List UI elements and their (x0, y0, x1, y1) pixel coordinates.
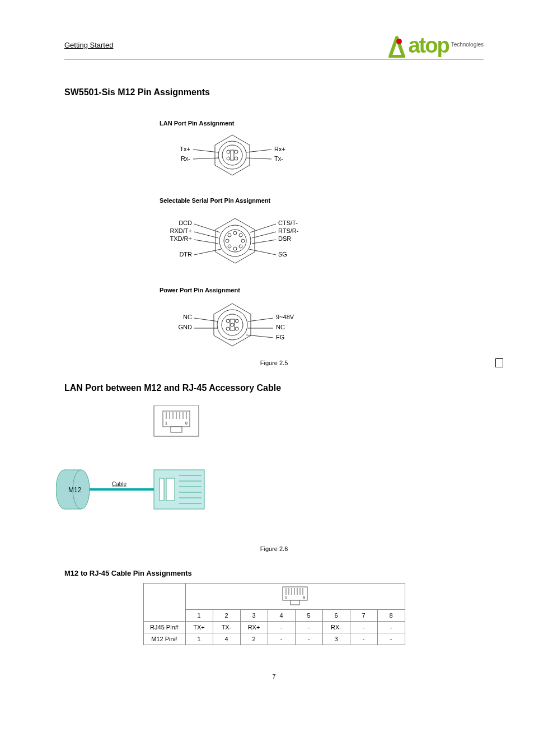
svg-line-43 (249, 249, 276, 255)
svg-text:GND: GND (179, 324, 193, 330)
power-port-title: Power Port Pin Assignment (160, 287, 484, 293)
svg-rect-102 (291, 600, 299, 605)
svg-line-31 (194, 232, 218, 238)
figure-caption-1: Figure 2.5 (64, 360, 484, 366)
rj45-icon: 18 (278, 585, 312, 607)
svg-point-51 (231, 323, 234, 326)
svg-text:M12: M12 (68, 486, 82, 494)
serial-pin-diagram: DCD RXD/T+ TXD/R+ DTR CTS/T- RTS/R- DSR … (160, 207, 316, 274)
svg-text:RTS/R-: RTS/R- (278, 227, 299, 234)
svg-point-27 (233, 247, 237, 250)
svg-point-24 (228, 245, 231, 248)
table-heading: M12 to RJ-45 Cable Pin Assignments (64, 569, 484, 577)
svg-point-5 (235, 150, 238, 153)
svg-point-3 (222, 145, 242, 165)
svg-text:1: 1 (165, 421, 167, 425)
page-number: 7 (64, 673, 484, 680)
svg-line-54 (194, 318, 218, 321)
svg-point-20 (228, 234, 231, 237)
svg-text:CTS/T-: CTS/T- (278, 220, 298, 226)
lan-pin-diagram: Tx+ Rx- Rx+ Tx- (160, 130, 305, 180)
svg-text:Rx-: Rx- (181, 155, 190, 162)
svg-text:1: 1 (285, 596, 287, 600)
svg-rect-85 (166, 478, 175, 501)
svg-line-37 (250, 224, 276, 232)
logo-text: atop (408, 34, 448, 58)
svg-text:DCD: DCD (179, 220, 192, 226)
svg-point-49 (226, 327, 229, 330)
svg-line-58 (248, 318, 273, 321)
svg-line-39 (252, 232, 276, 238)
figure-caption-2: Figure 2.6 (64, 545, 484, 552)
svg-text:9~48V: 9~48V (276, 314, 294, 320)
svg-point-6 (227, 157, 230, 160)
svg-text:NC: NC (276, 324, 285, 330)
svg-point-0 (396, 39, 402, 44)
section-heading-2: LAN Port between M12 and RJ-45 Accessory… (64, 383, 484, 393)
svg-point-25 (239, 245, 242, 248)
side-box-glyph (495, 358, 503, 367)
doc-type-label: Getting Started (64, 41, 113, 58)
svg-point-21 (239, 234, 242, 237)
power-pin-diagram: NC GND 9~48V NC FG (160, 297, 311, 353)
svg-line-33 (194, 240, 218, 244)
svg-text:DTR: DTR (179, 251, 192, 258)
svg-text:DSR: DSR (278, 235, 291, 242)
svg-line-9 (193, 150, 218, 152)
svg-line-15 (246, 158, 271, 159)
lan-port-title: LAN Port Pin Assignment (160, 120, 484, 127)
svg-text:Rx+: Rx+ (274, 146, 285, 152)
svg-text:TXD/R+: TXD/R+ (170, 235, 192, 242)
svg-text:FG: FG (276, 334, 284, 340)
svg-point-19 (224, 230, 246, 252)
svg-line-35 (194, 249, 221, 255)
section-heading: SW5501-Sis M12 Pin Assignments (64, 87, 484, 97)
svg-text:8: 8 (303, 596, 305, 600)
serial-port-title: Selectable Serial Port Pin Assignment (160, 197, 484, 204)
svg-point-48 (235, 319, 238, 323)
svg-text:Cable: Cable (112, 481, 127, 487)
svg-point-50 (235, 327, 238, 330)
svg-rect-74 (171, 427, 182, 432)
svg-point-26 (233, 231, 237, 235)
svg-line-41 (252, 240, 276, 244)
svg-text:8: 8 (185, 421, 188, 425)
brand-logo: atop Technologies (387, 34, 484, 58)
svg-line-29 (194, 224, 220, 232)
svg-point-22 (226, 239, 229, 242)
svg-text:RXD/T+: RXD/T+ (170, 227, 192, 234)
svg-line-62 (246, 335, 273, 338)
svg-rect-84 (160, 478, 164, 501)
svg-point-7 (235, 157, 238, 160)
svg-line-13 (246, 150, 271, 152)
logo-subtext: Technologies (451, 41, 484, 48)
svg-text:SG: SG (278, 251, 287, 258)
cable-diagram: 18 M12 Cable (56, 405, 213, 523)
svg-point-46 (222, 314, 243, 335)
svg-rect-8 (231, 150, 234, 160)
svg-point-23 (241, 239, 245, 242)
svg-text:Tx+: Tx+ (180, 146, 190, 152)
svg-text:NC: NC (183, 314, 192, 320)
page-header: Getting Started atop Technologies (64, 34, 484, 59)
svg-line-11 (193, 158, 218, 159)
pinout-table: 18 1234 5678 RJ45 Pin# TX+TX-RX+- -RX---… (143, 583, 405, 645)
svg-point-4 (227, 150, 230, 153)
svg-text:Tx-: Tx- (274, 155, 283, 162)
svg-point-47 (226, 319, 229, 323)
